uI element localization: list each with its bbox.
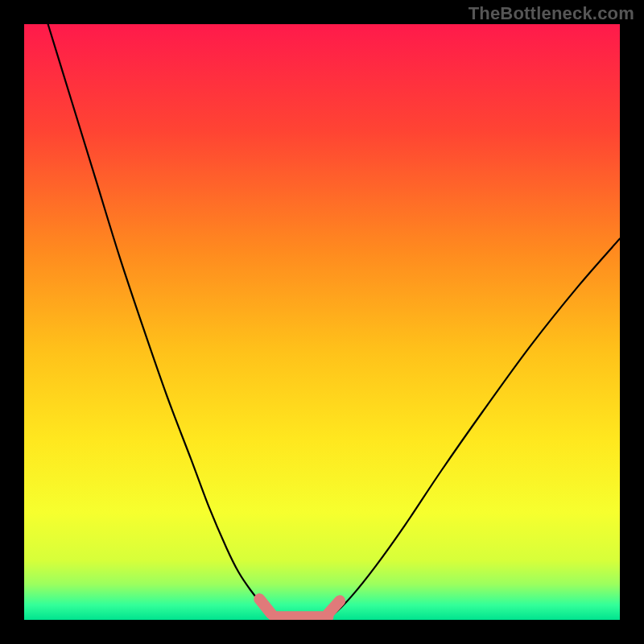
bottleneck-plot <box>0 0 644 644</box>
plot-background <box>24 24 620 620</box>
watermark-text: TheBottleneck.com <box>469 3 634 24</box>
chart-frame: { "watermark": "TheBottleneck.com", "plo… <box>0 0 644 644</box>
